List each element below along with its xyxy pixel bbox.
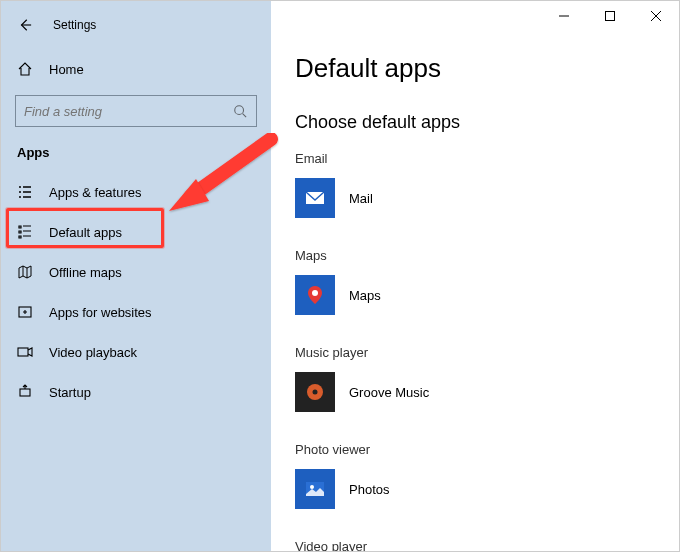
svg-point-0 — [235, 106, 244, 115]
sidebar-item-video-playback[interactable]: Video playback — [1, 332, 271, 372]
category-label-email: Email — [295, 151, 655, 166]
window-controls — [541, 1, 679, 31]
sidebar-item-offline-maps[interactable]: Offline maps — [1, 252, 271, 292]
sidebar-item-label: Apps for websites — [49, 305, 152, 320]
sidebar-item-label: Offline maps — [49, 265, 122, 280]
content-area: Default apps Choose default apps Email M… — [271, 1, 679, 551]
category-label-maps: Maps — [295, 248, 655, 263]
sidebar-home[interactable]: Home — [1, 49, 271, 89]
maximize-button[interactable] — [587, 1, 633, 31]
maps-icon — [295, 275, 335, 315]
map-icon — [17, 264, 33, 280]
arrow-left-icon — [18, 18, 32, 32]
sidebar-home-label: Home — [49, 62, 84, 77]
default-app-photos[interactable]: Photos — [295, 465, 409, 513]
photos-icon — [295, 469, 335, 509]
category-label-photo: Photo viewer — [295, 442, 655, 457]
sidebar-section-header: Apps — [1, 137, 271, 172]
svg-rect-3 — [20, 389, 30, 396]
back-button[interactable] — [13, 13, 37, 37]
settings-sidebar: Settings Home Apps Apps & features — [1, 1, 271, 551]
sidebar-item-label: Default apps — [49, 225, 122, 240]
app-name: Mail — [349, 191, 373, 206]
page-subtitle: Choose default apps — [295, 112, 655, 133]
default-app-maps[interactable]: Maps — [295, 271, 401, 319]
minimize-icon — [559, 11, 569, 21]
default-app-music[interactable]: Groove Music — [295, 368, 449, 416]
default-apps-icon — [17, 224, 33, 240]
home-icon — [17, 61, 33, 77]
list-icon — [17, 184, 33, 200]
maximize-icon — [605, 11, 615, 21]
sidebar-item-apps-features[interactable]: Apps & features — [1, 172, 271, 212]
close-button[interactable] — [633, 1, 679, 31]
startup-icon — [17, 384, 33, 400]
minimize-button[interactable] — [541, 1, 587, 31]
app-name: Maps — [349, 288, 381, 303]
svg-point-7 — [313, 390, 318, 395]
svg-rect-2 — [18, 348, 28, 356]
groove-icon — [295, 372, 335, 412]
sidebar-item-default-apps[interactable]: Default apps — [1, 212, 271, 252]
svg-point-9 — [310, 485, 314, 489]
app-name: Photos — [349, 482, 389, 497]
category-label-video: Video player — [295, 539, 655, 551]
svg-point-5 — [312, 290, 318, 296]
sidebar-item-startup[interactable]: Startup — [1, 372, 271, 412]
page-title: Default apps — [295, 53, 655, 84]
window-title: Settings — [53, 18, 96, 32]
sidebar-search[interactable] — [15, 95, 257, 127]
websites-icon — [17, 304, 33, 320]
category-label-music: Music player — [295, 345, 655, 360]
svg-rect-11 — [606, 12, 615, 21]
sidebar-item-apps-websites[interactable]: Apps for websites — [1, 292, 271, 332]
sidebar-item-label: Startup — [49, 385, 91, 400]
video-icon — [17, 344, 33, 360]
search-icon — [232, 103, 248, 119]
sidebar-item-label: Apps & features — [49, 185, 142, 200]
default-app-email[interactable]: Mail — [295, 174, 393, 222]
close-icon — [651, 11, 661, 21]
search-input[interactable] — [24, 104, 232, 119]
mail-icon — [295, 178, 335, 218]
app-name: Groove Music — [349, 385, 429, 400]
sidebar-item-label: Video playback — [49, 345, 137, 360]
